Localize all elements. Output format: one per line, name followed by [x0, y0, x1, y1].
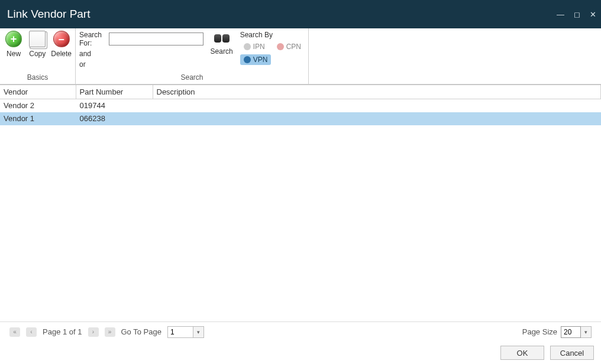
- last-page-icon[interactable]: »: [105, 327, 115, 337]
- minimize-icon[interactable]: —: [557, 10, 564, 19]
- cancel-button[interactable]: Cancel: [550, 346, 594, 360]
- cell-vendor: Vendor 2: [0, 99, 76, 112]
- new-button[interactable]: + New: [4, 31, 24, 58]
- cpn-icon: [277, 43, 284, 50]
- ok-button[interactable]: OK: [500, 346, 544, 360]
- search-input[interactable]: [109, 32, 203, 46]
- goto-page-label: Go To Page: [121, 327, 161, 336]
- col-desc-header[interactable]: Description: [153, 85, 601, 99]
- maximize-icon[interactable]: ◻: [574, 10, 580, 19]
- vpn-icon: [244, 56, 251, 63]
- search-by-vpn[interactable]: VPN: [240, 54, 272, 65]
- cell-vendor: Vendor 1: [0, 112, 76, 125]
- cell-description: [153, 112, 601, 125]
- ipn-icon: [244, 43, 251, 50]
- search-for-label: Search For:: [79, 31, 106, 47]
- col-vendor-header[interactable]: Vendor: [0, 85, 76, 99]
- cell-description: [153, 99, 601, 112]
- new-button-label: New: [7, 50, 21, 58]
- table-row[interactable]: Vendor 2019744: [0, 99, 601, 112]
- search-or-label: or: [79, 60, 203, 69]
- vpn-label: VPN: [253, 56, 268, 64]
- search-button-label: Search: [211, 47, 233, 56]
- minus-icon: –: [53, 31, 70, 47]
- page-size-input[interactable]: [561, 326, 581, 338]
- basics-group-label: Basics: [4, 73, 72, 83]
- ribbon: + New Copy – Delete Basics Search For: a…: [0, 28, 601, 84]
- first-page-icon[interactable]: «: [9, 327, 20, 337]
- goto-page-input[interactable]: [167, 326, 193, 338]
- search-button[interactable]: Search: [211, 31, 233, 56]
- cell-part_number: 019744: [76, 99, 153, 112]
- search-by-cpn[interactable]: CPN: [273, 41, 305, 52]
- copy-icon: [29, 31, 46, 47]
- page-size-label: Page Size: [522, 327, 557, 336]
- window-title: Link Vendor Part: [7, 8, 90, 21]
- next-page-icon[interactable]: ›: [88, 327, 99, 337]
- copy-button-label: Copy: [29, 50, 46, 58]
- cpn-label: CPN: [286, 43, 301, 51]
- prev-page-icon[interactable]: ‹: [26, 327, 37, 337]
- delete-button-label: Delete: [51, 50, 72, 58]
- goto-page-dropdown-icon[interactable]: ▾: [193, 326, 204, 338]
- pager: « ‹ Page 1 of 1 › » Go To Page ▾ Page Si…: [0, 321, 601, 342]
- page-size-dropdown-icon[interactable]: ▾: [581, 326, 592, 338]
- results-table: Vendor Part Number Description Vendor 20…: [0, 85, 601, 125]
- copy-button[interactable]: Copy: [27, 31, 47, 58]
- window-titlebar: Link Vendor Part — ◻ ✕: [0, 0, 601, 28]
- close-icon[interactable]: ✕: [590, 10, 596, 19]
- table-row[interactable]: Vendor 1066238: [0, 112, 601, 125]
- cell-part_number: 066238: [76, 112, 153, 125]
- search-group-label: Search: [79, 73, 305, 83]
- page-text: Page 1 of 1: [43, 327, 82, 336]
- search-by-ipn[interactable]: IPN: [240, 41, 269, 52]
- delete-button[interactable]: – Delete: [51, 31, 72, 58]
- dialog-footer: OK Cancel: [0, 342, 601, 364]
- binoculars-icon: [214, 31, 230, 45]
- col-part-header[interactable]: Part Number: [76, 85, 153, 99]
- search-by-label: Search By: [240, 31, 305, 39]
- search-and-label: and: [79, 50, 203, 58]
- plus-icon: +: [5, 31, 22, 47]
- ipn-label: IPN: [253, 43, 265, 51]
